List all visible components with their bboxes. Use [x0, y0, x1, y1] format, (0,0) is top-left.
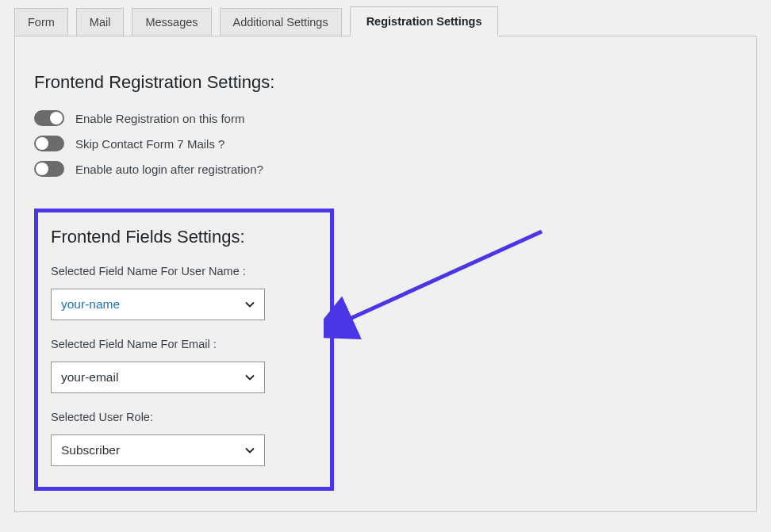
tab-form[interactable]: Form	[14, 8, 68, 36]
email-select-value: your-email	[61, 370, 118, 385]
toggle-knob	[50, 112, 63, 124]
role-field-label: Selected User Role:	[51, 411, 317, 423]
toggle-row-skip-mails: Skip Contact Form 7 Mails ?	[34, 136, 737, 151]
tab-mail[interactable]: Mail	[76, 8, 125, 36]
toggle-auto-login[interactable]	[34, 161, 64, 177]
registration-settings-title: Frontend Registration Settings:	[34, 72, 737, 93]
toggle-skip-mails[interactable]	[34, 136, 64, 151]
toggle-knob	[36, 137, 48, 150]
tab-additional-settings[interactable]: Additional Settings	[220, 8, 342, 36]
toggle-label-skip-mails: Skip Contact Form 7 Mails ?	[75, 137, 224, 151]
toggle-knob	[36, 163, 48, 175]
toggle-label-enable-registration: Enable Registration on this form	[75, 112, 244, 125]
toggle-enable-registration[interactable]	[34, 110, 64, 126]
settings-panel: Frontend Registration Settings: Enable R…	[14, 36, 757, 512]
role-select[interactable]: Subscriber	[51, 434, 265, 466]
user-name-select[interactable]: your-name	[51, 289, 265, 320]
role-select-value: Subscriber	[61, 443, 120, 457]
frontend-fields-title: Frontend Fields Settings:	[51, 227, 317, 247]
frontend-fields-box: Frontend Fields Settings: Selected Field…	[34, 209, 334, 491]
chevron-down-icon	[245, 373, 255, 382]
email-field-label: Selected Field Name For Email :	[51, 338, 317, 350]
toggle-row-auto-login: Enable auto login after registration?	[34, 161, 737, 177]
tabs-navigation: Form Mail Messages Additional Settings R…	[14, 0, 757, 36]
user-name-field-label: Selected Field Name For User Name :	[51, 265, 317, 277]
tab-messages[interactable]: Messages	[132, 8, 211, 36]
email-select[interactable]: your-email	[51, 362, 265, 393]
tab-registration-settings[interactable]: Registration Settings	[350, 6, 499, 36]
toggle-row-enable-registration: Enable Registration on this form	[34, 110, 737, 126]
user-name-select-value: your-name	[61, 297, 120, 312]
toggle-label-auto-login: Enable auto login after registration?	[75, 163, 263, 176]
chevron-down-icon	[245, 446, 255, 455]
chevron-down-icon	[245, 300, 255, 309]
